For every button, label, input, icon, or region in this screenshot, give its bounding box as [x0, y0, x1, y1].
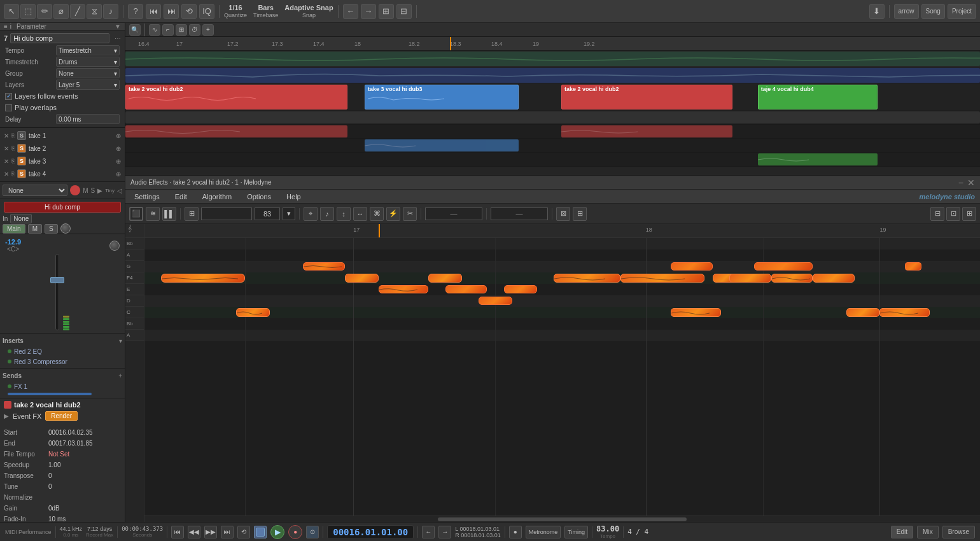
note-g-2[interactable] — [671, 262, 713, 270]
note-f4-9[interactable] — [813, 274, 855, 283]
bars-display[interactable]: 00016.01.01.00 — [327, 525, 414, 539]
layer-clip-take4[interactable] — [758, 153, 878, 165]
note-f4-2[interactable] — [345, 274, 379, 283]
layers-value[interactable]: Layer 5▾ — [56, 80, 120, 90]
m-btn[interactable]: M — [28, 224, 42, 234]
metronome-btn[interactable]: Metronome — [526, 526, 561, 538]
note-e-2[interactable] — [445, 285, 487, 293]
forward-btn[interactable]: ▶▶ — [204, 526, 217, 538]
go-end-btn[interactable]: ⏭ — [221, 526, 234, 538]
mel-wave-view[interactable]: ≋ — [146, 207, 160, 221]
mel-cut[interactable]: ✂ — [403, 207, 417, 221]
hi-dub-comp-btn[interactable]: Hi dub comp — [4, 202, 121, 213]
mel-multi[interactable]: ⊞ — [573, 207, 587, 221]
mel-tool1[interactable]: ⊞ — [185, 207, 199, 221]
tab-performance[interactable]: Performance — [18, 529, 52, 535]
event-fx-triangle[interactable]: ▶ — [4, 412, 9, 419]
group-icon[interactable]: ⊟ — [396, 4, 412, 19]
speedup-value[interactable]: 1.00 — [48, 461, 60, 468]
layer-clip-take3[interactable] — [365, 139, 519, 151]
clip-take2-1[interactable]: take 2 vocal hi dub2 — [125, 85, 347, 109]
mix-tab[interactable]: Mix — [917, 526, 939, 538]
in-value[interactable]: None — [10, 214, 32, 223]
bass-clip[interactable] — [125, 52, 980, 66]
mel-bar-view[interactable]: ▌▌ — [162, 207, 176, 221]
arrange-add[interactable]: + — [202, 24, 214, 36]
menu-algorithm[interactable]: Algorithm — [199, 192, 235, 202]
mel-bpm-display[interactable]: 83 — [255, 207, 280, 220]
note-d-1[interactable] — [479, 297, 512, 305]
layer-x-2[interactable]: ✕ — [4, 145, 9, 152]
layer-clip-take2-b[interactable] — [561, 125, 732, 137]
comp-play[interactable]: ▶ — [97, 187, 102, 194]
comp-solo[interactable]: S — [91, 187, 95, 194]
fade-in-value[interactable]: 10 ms — [48, 516, 66, 523]
mel-amplitude[interactable]: ↕ — [337, 207, 351, 221]
note-e-3[interactable] — [504, 285, 538, 293]
s-btn[interactable]: S — [45, 224, 58, 234]
menu-help[interactable]: Help — [283, 192, 305, 202]
rewind-btn[interactable]: ⏮ — [171, 526, 184, 538]
layer-clip-take1[interactable] — [125, 111, 980, 123]
marquee-tool[interactable]: ⬚ — [20, 4, 36, 19]
gain-value[interactable]: 0dB — [48, 505, 60, 512]
mel-speed[interactable]: ⚡ — [386, 207, 400, 221]
click-btn[interactable]: ● — [509, 526, 522, 538]
time-sig[interactable]: 4 / 4 — [627, 528, 648, 536]
mel-close-icon[interactable]: ✕ — [967, 178, 975, 188]
mel-minimize[interactable]: − — [958, 178, 963, 188]
menu-edit[interactable]: Edit — [171, 192, 191, 202]
arrow-left[interactable]: ← — [343, 4, 358, 19]
note-editor[interactable]: 17 18 19 — [144, 224, 980, 522]
mel-right3[interactable]: ⊞ — [962, 207, 976, 221]
tempo-bpm[interactable]: 83.00 — [596, 524, 619, 533]
arrow-tool[interactable]: ↖ — [4, 4, 19, 19]
clip-take3[interactable]: take 3 vocal hi dub3 — [365, 85, 519, 109]
tempo-value[interactable]: Timestretch▾ — [56, 45, 120, 55]
tune-value[interactable]: 0 — [48, 483, 52, 490]
note-c-3[interactable] — [879, 308, 930, 317]
time-display[interactable]: 00:00:43.373 — [122, 526, 163, 532]
mel-correction[interactable]: ⊠ — [556, 207, 570, 221]
pencil-tool[interactable]: ✏ — [37, 4, 52, 19]
note-g-3[interactable] — [754, 262, 813, 270]
comp-expand[interactable]: ◁ — [117, 187, 122, 194]
arrange-magnify[interactable]: 🔍 — [129, 24, 141, 36]
layer-x-4[interactable]: ✕ — [4, 171, 9, 178]
stop-btn[interactable] — [254, 526, 267, 538]
arrange-curve[interactable]: ∿ — [149, 24, 160, 36]
end-value[interactable]: 00017.03.01.85 — [48, 440, 93, 447]
comp-controls[interactable]: M — [83, 187, 88, 194]
note-f4-5[interactable] — [620, 274, 704, 283]
note-c-1[interactable] — [671, 308, 721, 317]
mix-icon[interactable]: ⊞ — [379, 4, 394, 19]
fader-track[interactable] — [55, 254, 59, 330]
note-c-2[interactable] — [846, 308, 880, 317]
iq-btn[interactable]: IQ — [199, 4, 214, 19]
layer-s-3[interactable]: S — [17, 157, 26, 165]
mel-formant[interactable]: ⌘ — [370, 207, 384, 221]
play-btn[interactable]: ▶ — [270, 525, 284, 539]
fader-knob[interactable] — [50, 277, 64, 283]
tab-midi[interactable]: MIDI — [5, 529, 17, 535]
comp-dropdown[interactable]: None — [3, 185, 67, 196]
note-f4-1[interactable] — [161, 274, 244, 283]
inserts-expand[interactable]: ▾ — [119, 337, 122, 344]
mel-block-view[interactable]: ⬛ — [129, 207, 143, 221]
main-btn[interactable]: Main — [3, 224, 25, 234]
timestretch-value[interactable]: Drums▾ — [56, 57, 120, 67]
layer-s-1[interactable]: S — [17, 131, 26, 140]
layer-clip-take2-a[interactable] — [125, 125, 347, 137]
mel-time[interactable]: ↔ — [353, 207, 367, 221]
delay-value[interactable]: 0.00 ms — [56, 114, 120, 124]
menu-options[interactable]: Options — [243, 192, 275, 202]
mel-scale-display[interactable] — [201, 207, 252, 220]
note-f4-4[interactable] — [554, 274, 620, 283]
layer-x-3[interactable]: ✕ — [4, 158, 9, 165]
help-btn[interactable]: ? — [128, 4, 143, 19]
note-f4-8[interactable] — [771, 274, 813, 283]
note-g-small[interactable] — [905, 262, 921, 270]
track-name-input[interactable] — [10, 33, 109, 43]
loop-toggle[interactable]: ⊙ — [306, 526, 319, 538]
record-btn[interactable]: ● — [288, 525, 302, 539]
